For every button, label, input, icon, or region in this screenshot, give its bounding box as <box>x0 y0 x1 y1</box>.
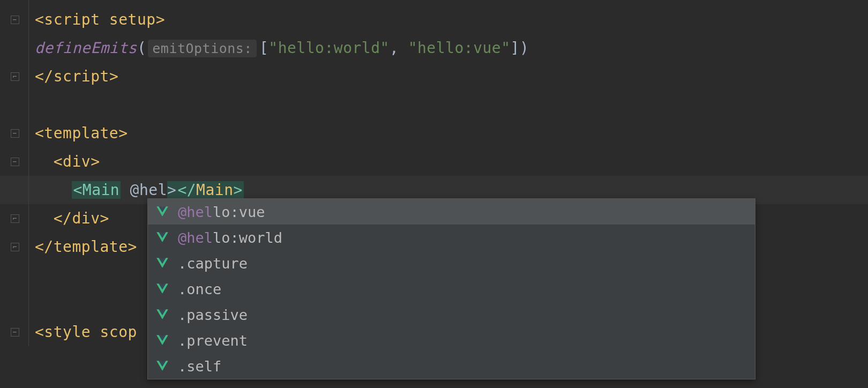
code-line[interactable]: − <script setup> <box>0 5 868 34</box>
vue-icon <box>155 256 169 270</box>
bracket: ] <box>511 39 520 57</box>
bracket: [ <box>259 39 268 57</box>
attr-typed: @hel <box>121 181 167 199</box>
comma: , <box>390 39 408 57</box>
string-literal: "hello:vue" <box>408 39 511 57</box>
code-line[interactable]: − <div> <box>0 147 868 176</box>
gutter[interactable]: − <box>0 147 29 176</box>
vue-icon <box>155 333 169 347</box>
code-line[interactable] <box>0 91 868 119</box>
fold-end-icon[interactable]: ⌐ <box>11 72 19 81</box>
tag-bracket: </ <box>35 68 54 85</box>
tag-bracket: > <box>91 153 100 170</box>
vue-icon <box>155 282 169 296</box>
completion-item[interactable]: @hello:vue <box>148 199 755 225</box>
code-line[interactable]: − <template> <box>0 119 868 147</box>
function-name: defineEmits <box>35 39 137 57</box>
vue-icon <box>155 359 169 373</box>
tag-bracket: < <box>54 153 63 170</box>
gutter[interactable]: ⌐ <box>0 233 29 261</box>
matched-tag-open: <Main <box>72 181 121 199</box>
tag-name: div <box>63 153 91 170</box>
tag-name: template <box>44 124 118 142</box>
fold-collapse-icon[interactable]: − <box>11 158 19 166</box>
tag-attr: setup <box>100 11 156 28</box>
tag-name: template <box>54 238 128 256</box>
tag-bracket: > <box>118 124 128 142</box>
completion-item[interactable]: .self <box>148 353 755 379</box>
tag-bracket: < <box>35 323 44 341</box>
completion-label: .passive <box>178 307 248 323</box>
completion-label: .once <box>178 281 221 297</box>
vue-icon <box>155 308 169 322</box>
completion-label: @hello:vue <box>178 204 265 220</box>
tag-attr: scop <box>91 323 137 341</box>
tag-bracket: </ <box>35 238 54 256</box>
completion-item[interactable]: .capture <box>148 250 755 276</box>
completion-label: .capture <box>178 255 248 272</box>
tag-bracket: < <box>35 124 44 142</box>
gutter[interactable]: − <box>0 119 29 147</box>
code-line[interactable]: ⌐ </script> <box>0 62 868 91</box>
gutter[interactable]: − <box>0 5 29 34</box>
completion-label: .self <box>178 358 221 375</box>
matched-tag-close: </Main> <box>176 181 244 199</box>
completion-item[interactable]: .passive <box>148 302 755 327</box>
tag-name: script <box>54 68 109 85</box>
gutter[interactable]: ⌐ <box>0 62 29 91</box>
fold-collapse-icon[interactable]: − <box>11 129 19 138</box>
tag-bracket: > <box>156 11 165 28</box>
vue-icon <box>155 230 169 244</box>
tag-bracket: </ <box>54 210 72 227</box>
gutter[interactable]: ⌐ <box>0 204 29 233</box>
tag-bracket: > <box>109 68 118 85</box>
tag-name: style <box>44 323 91 341</box>
tag-bracket: < <box>35 11 44 28</box>
autocomplete-popup[interactable]: @hello:vue@hello:world.capture.once.pass… <box>147 198 755 379</box>
paren: ) <box>520 39 529 57</box>
fold-end-icon[interactable]: ⌐ <box>11 243 19 251</box>
string-literal: "hello:world" <box>268 39 390 57</box>
tag-bracket: > <box>100 210 109 227</box>
tag-name: div <box>72 210 100 227</box>
param-hint: emitOptions: <box>148 40 257 57</box>
tag-bracket: > <box>128 238 137 256</box>
completion-label: .prevent <box>178 332 248 349</box>
gutter[interactable]: − <box>0 318 29 346</box>
tag-name: script <box>44 11 100 28</box>
completion-item[interactable]: .once <box>148 276 755 302</box>
code-line[interactable]: defineEmits(emitOptions:["hello:world", … <box>0 34 868 62</box>
fold-collapse-icon[interactable]: − <box>11 16 19 24</box>
matched-bracket: > <box>167 181 176 199</box>
completion-item[interactable]: .prevent <box>148 327 755 353</box>
fold-collapse-icon[interactable]: − <box>11 328 19 337</box>
paren: ( <box>137 39 146 57</box>
completion-label: @hello:world <box>178 229 282 246</box>
vue-icon <box>155 205 169 219</box>
fold-end-icon[interactable]: ⌐ <box>11 214 19 223</box>
completion-item[interactable]: @hello:world <box>148 225 755 250</box>
